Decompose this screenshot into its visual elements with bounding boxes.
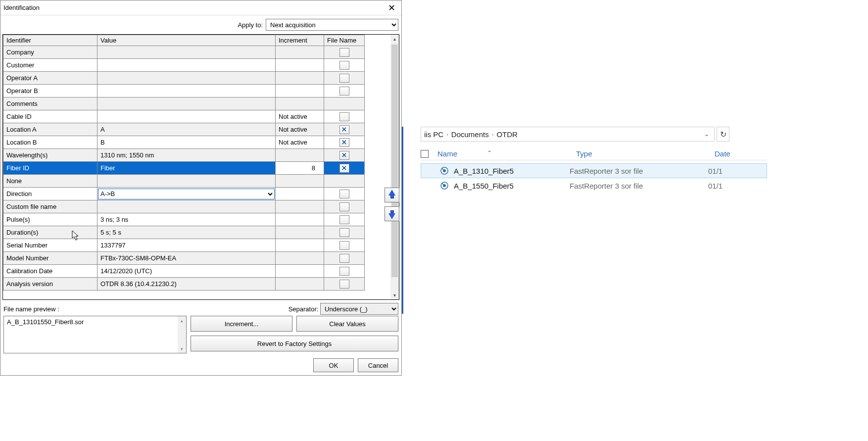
chevron-down-icon[interactable]: ⌄ <box>702 131 711 138</box>
filename-cell[interactable] <box>324 110 365 123</box>
value-cell[interactable] <box>97 46 276 59</box>
table-row[interactable]: Pulse(s)3 ns; 3 ns <box>3 213 365 226</box>
identifier-cell[interactable]: Fiber ID <box>3 162 97 175</box>
filename-cell[interactable] <box>324 188 365 200</box>
table-row[interactable]: DirectionA->B <box>3 188 365 200</box>
table-row[interactable]: Calibration Date14/12/2020 (UTC) <box>3 265 365 278</box>
table-row[interactable]: Custom file name <box>3 200 365 213</box>
close-button[interactable]: ✕ <box>382 0 401 15</box>
apply-to-select[interactable]: Next acquisition <box>266 19 398 31</box>
identifier-cell[interactable]: Custom file name <box>3 200 97 213</box>
increment-cell[interactable] <box>276 175 324 188</box>
move-down-button[interactable] <box>385 206 399 221</box>
identifier-cell[interactable]: Comments <box>3 98 97 110</box>
filename-checkbox[interactable] <box>339 48 349 57</box>
identifier-cell[interactable]: None <box>3 175 97 188</box>
identifier-cell[interactable]: Company <box>3 46 97 59</box>
filename-checkbox[interactable] <box>339 190 349 198</box>
ok-button[interactable]: OK <box>313 358 354 372</box>
identifier-cell[interactable]: Operator B <box>3 85 97 98</box>
header-increment[interactable]: Increment <box>276 35 324 46</box>
move-up-button[interactable] <box>385 188 399 202</box>
value-cell[interactable]: 1337797 <box>97 239 276 252</box>
increment-cell[interactable] <box>276 278 324 291</box>
filename-cell[interactable] <box>324 239 365 252</box>
table-row[interactable]: Location AANot active✕ <box>3 123 365 136</box>
header-filename[interactable]: File Name <box>324 35 365 46</box>
filename-cell[interactable] <box>324 98 365 110</box>
table-row[interactable]: Comments <box>3 98 365 110</box>
value-cell[interactable] <box>97 175 276 188</box>
filename-checkbox[interactable] <box>339 74 349 83</box>
value-cell[interactable]: A <box>97 123 276 136</box>
scroll-up-icon[interactable]: ▴ <box>390 35 399 43</box>
increment-cell[interactable] <box>276 85 324 98</box>
direction-select[interactable]: A->B <box>98 189 275 199</box>
header-identifier[interactable]: Identifier <box>3 35 97 46</box>
increment-cell[interactable] <box>276 213 324 226</box>
filename-checkbox[interactable] <box>339 202 349 211</box>
value-cell[interactable]: B <box>97 136 276 149</box>
file-item[interactable]: A_B_1550_Fiber5FastReporter 3 sor file01… <box>421 178 767 193</box>
separator-select[interactable]: Underscore (_) <box>320 303 398 315</box>
filename-checkbox[interactable]: ✕ <box>339 164 349 173</box>
value-cell[interactable] <box>97 200 276 213</box>
breadcrumb-otdr[interactable]: OTDR <box>496 130 518 139</box>
cancel-button[interactable]: Cancel <box>358 358 398 372</box>
table-scrollbar[interactable]: ▴ ▾ <box>390 35 399 299</box>
value-cell[interactable] <box>97 72 276 85</box>
increment-cell[interactable] <box>276 46 324 59</box>
file-item[interactable]: A_B_1310_Fiber5FastReporter 3 sor file01… <box>421 163 767 178</box>
increment-cell[interactable] <box>276 162 324 175</box>
identifier-cell[interactable]: Cable ID <box>3 110 97 123</box>
increment-cell[interactable]: Not active <box>276 136 324 149</box>
table-row[interactable]: Duration(s)5 s; 5 s <box>3 226 365 239</box>
filename-cell[interactable] <box>324 46 365 59</box>
table-row[interactable]: None <box>3 175 365 188</box>
increment-cell[interactable] <box>276 252 324 265</box>
filename-checkbox[interactable] <box>339 241 349 250</box>
filename-checkbox[interactable] <box>339 87 349 96</box>
filename-checkbox[interactable] <box>339 254 349 263</box>
select-all-checkbox[interactable] <box>421 150 429 158</box>
value-cell[interactable] <box>97 85 276 98</box>
increment-cell[interactable] <box>276 72 324 85</box>
table-row[interactable]: Cable IDNot active <box>3 110 365 123</box>
identifier-cell[interactable]: Customer <box>3 59 97 72</box>
value-cell[interactable]: 14/12/2020 (UTC) <box>97 265 276 278</box>
filename-cell[interactable] <box>324 59 365 72</box>
filename-cell[interactable] <box>324 252 365 265</box>
identifier-cell[interactable]: Duration(s) <box>3 226 97 239</box>
value-cell[interactable]: Fiber <box>97 162 276 175</box>
identifier-cell[interactable]: Wavelength(s) <box>3 149 97 162</box>
increment-input[interactable] <box>278 163 317 173</box>
value-cell[interactable]: 5 s; 5 s <box>97 226 276 239</box>
increment-cell[interactable]: Not active <box>276 123 324 136</box>
column-date[interactable]: Date <box>715 149 730 158</box>
identifier-cell[interactable]: Analysis version <box>3 278 97 291</box>
scroll-thumb[interactable] <box>391 45 398 277</box>
increment-cell[interactable] <box>276 226 324 239</box>
filename-cell[interactable]: ✕ <box>324 162 365 175</box>
value-cell[interactable] <box>97 98 276 110</box>
table-row[interactable]: Fiber IDFiber✕ <box>3 162 365 175</box>
identifier-cell[interactable]: Operator A <box>3 72 97 85</box>
breadcrumb-pc[interactable]: iis PC <box>424 130 443 139</box>
identifier-cell[interactable]: Location A <box>3 123 97 136</box>
value-cell[interactable]: FTBx-730C-SM8-OPM-EA <box>97 252 276 265</box>
filename-cell[interactable]: ✕ <box>324 136 365 149</box>
filename-checkbox[interactable] <box>339 228 349 237</box>
identifier-cell[interactable]: Location B <box>3 136 97 149</box>
filename-checkbox[interactable] <box>339 112 349 121</box>
table-row[interactable]: Customer <box>3 59 365 72</box>
filename-checkbox[interactable] <box>339 61 349 70</box>
identifier-cell[interactable]: Calibration Date <box>3 265 97 278</box>
increment-cell[interactable] <box>276 59 324 72</box>
clear-values-button[interactable]: Clear Values <box>296 316 398 332</box>
increment-button[interactable]: Increment... <box>191 316 292 332</box>
column-type[interactable]: Type <box>576 149 715 158</box>
value-cell[interactable]: A->B <box>97 188 276 200</box>
increment-cell[interactable] <box>276 239 324 252</box>
filename-checkbox[interactable]: ✕ <box>339 151 349 160</box>
filename-cell[interactable] <box>324 226 365 239</box>
